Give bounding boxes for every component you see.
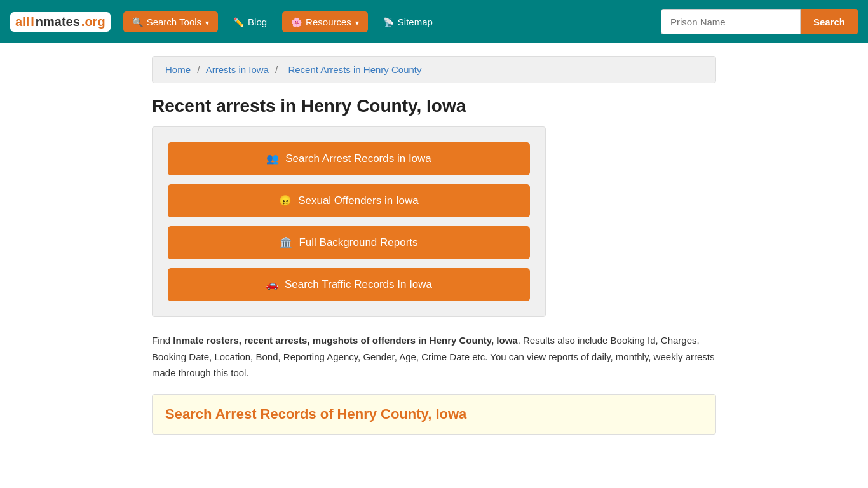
prison-search-area: Search bbox=[661, 9, 858, 34]
car-icon bbox=[266, 278, 278, 291]
search-tools-chevron bbox=[205, 17, 209, 27]
resources-icon bbox=[291, 17, 302, 27]
search-tools-button[interactable]: Search Tools bbox=[123, 11, 218, 32]
logo-all: all bbox=[15, 15, 29, 29]
blog-button[interactable]: Blog bbox=[224, 11, 276, 32]
section-header: Search Arrest Records of Henry County, I… bbox=[152, 394, 716, 435]
action-button-panel: Search Arrest Records in Iowa Sexual Off… bbox=[152, 126, 546, 317]
full-background-label: Full Background Reports bbox=[299, 236, 417, 249]
search-arrest-label: Search Arrest Records in Iowa bbox=[285, 152, 431, 165]
breadcrumb-sep-1: / bbox=[197, 64, 200, 75]
search-tools-label: Search Tools bbox=[147, 17, 201, 27]
breadcrumb-sep-2: / bbox=[275, 64, 278, 75]
sitemap-icon bbox=[383, 17, 394, 27]
logo-icon-decoration: I bbox=[31, 15, 34, 29]
search-traffic-label: Search Traffic Records In Iowa bbox=[285, 278, 432, 291]
page-title: Recent arrests in Henry County, Iowa bbox=[152, 96, 716, 116]
resources-chevron bbox=[355, 17, 359, 27]
people-icon bbox=[266, 152, 279, 165]
offender-icon bbox=[279, 194, 292, 207]
prison-name-input[interactable] bbox=[661, 9, 801, 34]
resources-button[interactable]: Resources bbox=[282, 11, 368, 32]
breadcrumb: Home / Arrests in Iowa / Recent Arrests … bbox=[152, 56, 716, 83]
sexual-offenders-button[interactable]: Sexual Offenders in Iowa bbox=[168, 184, 530, 217]
logo-org: .org bbox=[81, 15, 105, 29]
section-header-link[interactable]: Search Arrest Records of Henry County, I… bbox=[165, 406, 466, 422]
logo-box: allInmates.org bbox=[10, 12, 111, 32]
breadcrumb-current: Recent Arrests in Henry County bbox=[288, 64, 421, 75]
blog-icon bbox=[233, 17, 244, 27]
prison-search-button[interactable]: Search bbox=[801, 9, 858, 34]
breadcrumb-home[interactable]: Home bbox=[165, 64, 191, 75]
search-button-label: Search bbox=[813, 17, 845, 27]
sexual-offenders-label: Sexual Offenders in Iowa bbox=[298, 194, 419, 207]
description: Find Inmate rosters, recent arrests, mug… bbox=[152, 332, 716, 381]
logo[interactable]: allInmates.org bbox=[10, 12, 111, 32]
sitemap-button[interactable]: Sitemap bbox=[374, 11, 442, 32]
sitemap-label: Sitemap bbox=[398, 17, 433, 27]
blog-label: Blog bbox=[248, 17, 267, 27]
search-traffic-button[interactable]: Search Traffic Records In Iowa bbox=[168, 268, 530, 301]
logo-nmates: nmates bbox=[36, 15, 80, 29]
building-icon bbox=[280, 236, 292, 249]
full-background-button[interactable]: Full Background Reports bbox=[168, 226, 530, 259]
search-tools-icon bbox=[132, 17, 143, 27]
resources-label: Resources bbox=[306, 17, 351, 27]
breadcrumb-arrests-iowa[interactable]: Arrests in Iowa bbox=[206, 64, 269, 75]
navbar: allInmates.org Search Tools Blog Resourc… bbox=[0, 0, 868, 43]
description-bold: Inmate rosters, recent arrests, mugshots… bbox=[173, 335, 517, 346]
search-arrest-records-button[interactable]: Search Arrest Records in Iowa bbox=[168, 142, 530, 175]
description-prefix: Find bbox=[152, 335, 173, 346]
main-content: Home / Arrests in Iowa / Recent Arrests … bbox=[142, 43, 726, 447]
